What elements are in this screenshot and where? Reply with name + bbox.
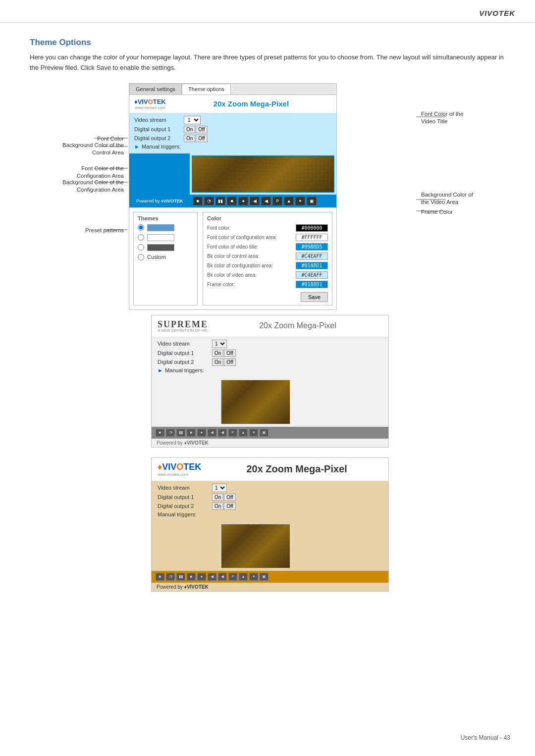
v-tb-5[interactable]: ● <box>197 573 206 581</box>
toolbar-btn-11[interactable]: ▣ <box>307 197 317 205</box>
color-control-bk-value[interactable]: #C4EAFF <box>296 252 328 260</box>
toolbar-btn-3[interactable]: ▮▮ <box>215 197 225 205</box>
v-tb-9[interactable]: ▲ <box>239 573 248 581</box>
toolbar-btn-2[interactable]: ◔ <box>204 197 214 205</box>
toolbar-btn-6[interactable]: ◀ <box>250 197 260 205</box>
supreme-title: 20x Zoom Mega-Pixel <box>213 321 382 330</box>
s-tb-3[interactable]: ▮▮ <box>176 429 185 437</box>
theme-radio-3[interactable] <box>138 244 144 251</box>
color-config-font-label: Font color of configuration area: <box>207 235 296 240</box>
s-video-select[interactable]: 1 <box>212 340 227 348</box>
v-video-select[interactable]: 1 <box>212 484 227 492</box>
s-do2-off[interactable]: Off <box>224 358 235 366</box>
toolbar-btn-10[interactable]: ✦ <box>295 197 305 205</box>
save-button[interactable]: Save <box>301 292 328 302</box>
v-tb-10[interactable]: ✦ <box>249 573 258 581</box>
v-tb-2[interactable]: ◔ <box>166 573 175 581</box>
v-tb-8[interactable]: P <box>228 573 237 581</box>
tab-general-settings[interactable]: General settings <box>129 84 182 95</box>
s-do2-label: Digital output 2 <box>158 359 212 365</box>
color-control-bk-label: Bk color of control area: <box>207 253 296 259</box>
digital-output-1-label: Digital output 1 <box>134 126 184 132</box>
theme-swatch-dark <box>147 244 174 251</box>
color-config-bk-value[interactable]: #0188D1 <box>296 262 328 269</box>
s-tb-5[interactable]: ● <box>197 429 206 437</box>
toolbar-btn-5[interactable]: ● <box>238 197 248 205</box>
s-tb-6[interactable]: ◀ <box>208 429 216 437</box>
v-do2-off[interactable]: Off <box>224 503 235 510</box>
s-tb-8[interactable]: P <box>228 429 237 437</box>
color-font-value[interactable]: #000000 <box>296 224 328 232</box>
s-arrow-icon: ► <box>158 367 163 373</box>
color-row-config-bk: Bk color of configuration area: #0188D1 <box>207 262 328 269</box>
section-description: Here you can change the color of your ho… <box>30 52 510 73</box>
toolbar-btn-7[interactable]: ◀ <box>261 197 271 205</box>
color-video-bk-value[interactable]: #C4EAFF <box>296 271 328 279</box>
s-do1-on[interactable]: On <box>212 350 223 357</box>
vivotek-logo-preview: ♦VIVOTEK <box>134 98 166 105</box>
video-frame <box>192 155 334 193</box>
video-stream-select[interactable]: 1 <box>184 116 201 124</box>
diagram-area: Font Color Background Color of theContro… <box>30 83 510 310</box>
theme-option-2 <box>138 234 193 241</box>
s-powered-label: Powered by <box>157 440 183 446</box>
brand-label: VIVOTEK <box>479 9 515 17</box>
control-area: Video stream 1 Digital output 1 On Off D… <box>129 113 336 153</box>
supreme-video-row <box>152 377 388 427</box>
do2-off-button[interactable]: Off <box>196 135 207 142</box>
theme-radio-1[interactable] <box>138 224 144 231</box>
toolbar-btn-9[interactable]: ▲ <box>284 197 294 205</box>
color-config-font-value[interactable]: #FFFFFF <box>296 234 328 241</box>
s-tb-4[interactable]: ■ <box>187 429 196 437</box>
v-tb-1[interactable]: ■ <box>156 573 164 581</box>
v-powered-label: Powered by <box>157 584 183 590</box>
s-tb-7[interactable]: ◀ <box>218 429 227 437</box>
v-tb-6[interactable]: ◀ <box>208 573 216 581</box>
s-tb-10[interactable]: ✦ <box>249 429 258 437</box>
theme-radio-2[interactable] <box>138 234 144 241</box>
manual-triggers-row: ► Manual triggers: <box>134 144 331 150</box>
preview-main-title: 20x Zoom Mega-Pixel <box>171 100 331 108</box>
v-do1-row: Digital output 1 On Off <box>158 494 382 501</box>
vivotek-header: ♦VIVOTEK www.vivotek.com 20x Zoom Mega-P… <box>152 458 388 481</box>
color-frame-value[interactable]: #0188D1 <box>296 281 328 288</box>
supreme-toolbar: ■ ◔ ▮▮ ■ ● ◀ ◀ P ▲ ✦ ▣ <box>152 427 388 439</box>
v-tb-7[interactable]: ◀ <box>218 573 227 581</box>
v-tb-11[interactable]: ▣ <box>260 573 268 581</box>
color-row-frame: Frame color: #0188D1 <box>207 281 328 288</box>
s-do1-row: Digital output 1 On Off <box>158 350 382 357</box>
toolbar-btn-8[interactable]: P <box>272 197 282 205</box>
s-tb-1[interactable]: ■ <box>156 429 164 437</box>
toolbar-btn-4[interactable]: ■ <box>227 197 237 205</box>
toolbar-btn-1[interactable]: ■ <box>193 197 203 205</box>
s-tb-2[interactable]: ◔ <box>166 429 175 437</box>
theme-swatch-blue <box>147 224 174 231</box>
theme-radio-custom[interactable] <box>138 254 144 260</box>
s-tb-11[interactable]: ▣ <box>260 429 268 437</box>
tab-theme-options[interactable]: Theme options <box>182 84 231 95</box>
lower-panel: Themes <box>129 207 336 309</box>
s-do2-on[interactable]: On <box>212 358 223 366</box>
color-video-title-value[interactable]: #098BD5 <box>296 243 328 251</box>
v-do2-on[interactable]: On <box>212 503 223 510</box>
v-do1-on[interactable]: On <box>212 494 223 501</box>
vivotek-video-row <box>152 521 388 571</box>
v-left-spacer <box>158 524 217 568</box>
s-video-row: Video stream 1 <box>158 340 382 348</box>
s-do1-off[interactable]: Off <box>224 350 235 357</box>
powered-by-area: Powered by ♦VIVOTEK <box>133 195 186 205</box>
s-tb-9[interactable]: ▲ <box>239 429 248 437</box>
color-row-config-font: Font color of configuration area: #FFFFF… <box>207 234 328 241</box>
do1-on-button[interactable]: On <box>184 126 195 133</box>
font-config-label: Font Color of theConfiguration Area <box>77 165 124 180</box>
right-labels-column: Font Color of theVideo Title Background … <box>416 83 510 291</box>
color-frame-label: Frame color: <box>207 282 296 287</box>
color-row-control-bk: Bk color of control area: #C4EAFF <box>207 252 328 260</box>
vivotek-video-frame <box>221 524 290 568</box>
do2-on-button[interactable]: On <box>184 135 195 142</box>
v-tb-3[interactable]: ▮▮ <box>176 573 185 581</box>
do1-off-button[interactable]: Off <box>196 126 207 133</box>
v-do1-off[interactable]: Off <box>224 494 235 501</box>
v-tb-4[interactable]: ■ <box>187 573 196 581</box>
supreme-logo-area: SUPREME A NEW DEFINITION OF HD <box>158 319 213 333</box>
